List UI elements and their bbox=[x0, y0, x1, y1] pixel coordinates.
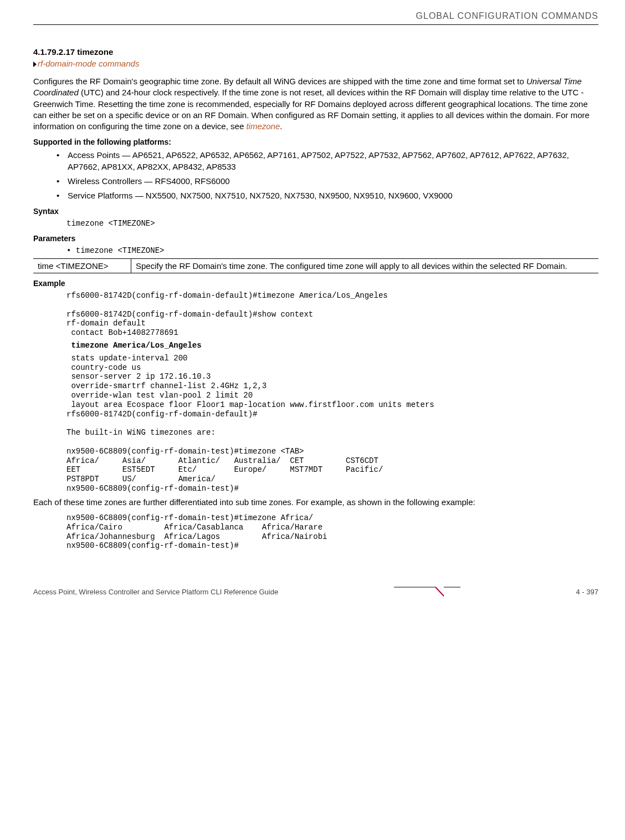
section-heading: 4.1.79.2.17 timezone bbox=[33, 47, 598, 57]
table-row: time <TIMEZONE> Specify the RF Domain's … bbox=[33, 259, 598, 273]
parameters-heading: Parameters bbox=[33, 234, 598, 243]
syntax-code: timezone <TIMEZONE> bbox=[66, 219, 598, 228]
table-cell-value: Specify the RF Domain's time zone. The c… bbox=[131, 259, 599, 273]
description-paragraph: Configures the RF Domain's geographic ti… bbox=[33, 76, 598, 132]
page-footer: Access Point, Wireless Controller and Se… bbox=[33, 584, 598, 597]
example-code-3: nx9500-6C8809(config-rf-domain-test)#tim… bbox=[66, 513, 598, 551]
example-heading: Example bbox=[33, 279, 598, 288]
footer-divider-icon bbox=[394, 586, 460, 597]
syntax-heading: Syntax bbox=[33, 207, 598, 216]
sub-paragraph: Each of these time zones are further dif… bbox=[33, 497, 598, 508]
breadcrumb-link[interactable]: rf-domain-mode commands bbox=[33, 59, 598, 68]
parameters-line: • timezone <TIMEZONE> bbox=[66, 246, 598, 255]
platforms-heading: Supported in the following platforms: bbox=[33, 138, 598, 146]
parameters-table: time <TIMEZONE> Specify the RF Domain's … bbox=[33, 258, 598, 273]
table-cell-key: time <TIMEZONE> bbox=[33, 259, 131, 273]
list-item: Wireless Controllers — RFS4000, RFS6000 bbox=[57, 176, 598, 187]
footer-text: Access Point, Wireless Controller and Se… bbox=[33, 588, 278, 596]
example-code-bold: timezone America/Los_Angeles bbox=[66, 341, 598, 350]
example-code-2: stats update-interval 200 country-code u… bbox=[66, 354, 598, 493]
list-item: Access Points — AP6521, AP6522, AP6532, … bbox=[57, 150, 598, 172]
svg-line-1 bbox=[436, 587, 444, 596]
arrow-right-icon bbox=[33, 62, 37, 67]
platforms-list: Access Points — AP6521, AP6522, AP6532, … bbox=[33, 150, 598, 201]
page-header: GLOBAL CONFIGURATION COMMANDS bbox=[33, 11, 598, 25]
list-item: Service Platforms — NX5500, NX7500, NX75… bbox=[57, 190, 598, 201]
page-number: 4 - 397 bbox=[576, 588, 598, 596]
example-code-1: rfs6000-81742D(config-rf-domain-default)… bbox=[66, 291, 598, 338]
timezone-link[interactable]: timezone bbox=[246, 121, 280, 131]
breadcrumb-text: rf-domain-mode commands bbox=[38, 59, 139, 68]
